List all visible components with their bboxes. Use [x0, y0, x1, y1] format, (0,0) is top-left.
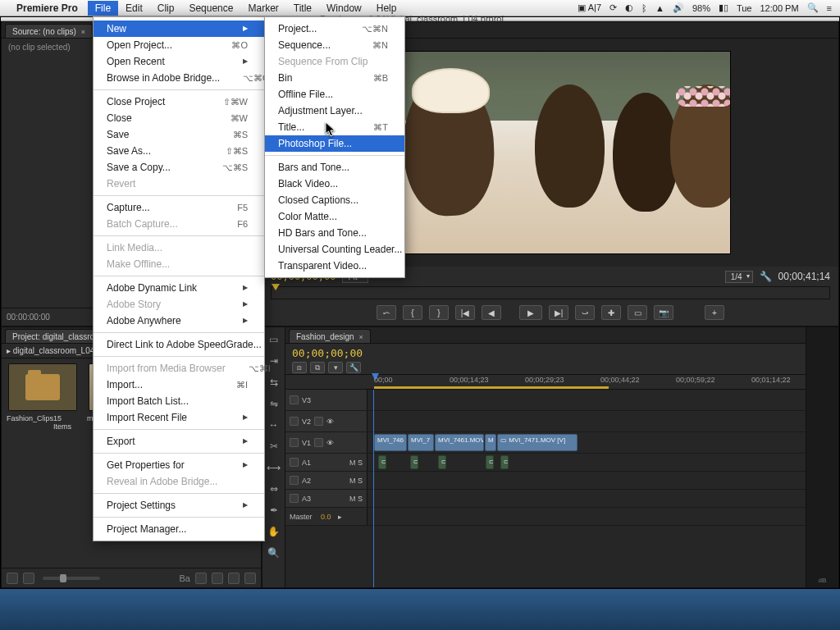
adobe-icon[interactable]: ▣ A|7: [578, 2, 601, 13]
lift-icon[interactable]: ✚: [601, 305, 621, 320]
settings-icon[interactable]: 🔧: [346, 362, 361, 373]
track-lane[interactable]: MVI_746MVI_7MVI_7461.MOVM▭ MVI_7471.MOV …: [368, 432, 806, 453]
menu-item[interactable]: Project Manager...: [94, 521, 264, 537]
lock-icon[interactable]: [290, 438, 299, 447]
play-fwd-icon[interactable]: ▶|: [549, 305, 568, 320]
menubar-item-marker[interactable]: Marker: [240, 1, 285, 16]
menu-item[interactable]: HD Bars and Tone...: [265, 225, 404, 241]
menu-item[interactable]: Adobe Dynamic Link: [94, 280, 264, 296]
razor-tool-icon[interactable]: ✂: [267, 439, 281, 454]
track-label[interactable]: A2: [302, 477, 311, 485]
menu-item[interactable]: Color Matte...: [265, 208, 404, 225]
track-lane[interactable]: [368, 390, 806, 410]
zoom-tool-icon[interactable]: 🔍: [267, 546, 281, 560]
ripple-tool-icon[interactable]: ⇆: [267, 375, 281, 390]
menu-item[interactable]: Save As...⇧⌘S: [94, 143, 264, 159]
step-back-icon[interactable]: |◀: [455, 305, 475, 320]
audio-clip[interactable]: ▭: [438, 455, 446, 469]
menu-item[interactable]: Save a Copy...⌥⌘S: [94, 159, 264, 176]
menu-item[interactable]: Photoshop File...: [265, 135, 404, 152]
go-in-icon[interactable]: {: [403, 305, 422, 320]
menu-item[interactable]: Save⌘S: [94, 126, 264, 143]
menu-item[interactable]: Import Recent File: [94, 409, 264, 426]
menu-item[interactable]: Project...⌥⌘N: [265, 21, 404, 37]
menu-item[interactable]: Capture...F5: [94, 199, 264, 216]
step-fwd-icon[interactable]: ⤻: [575, 305, 595, 320]
menubar-item-help[interactable]: Help: [369, 1, 404, 16]
wrench-icon[interactable]: 🔧: [760, 271, 772, 282]
menu-item[interactable]: New: [94, 21, 264, 37]
menu-item[interactable]: Transparent Video...: [265, 258, 404, 274]
lock-icon[interactable]: [290, 476, 299, 485]
playhead-icon[interactable]: [272, 284, 280, 290]
play-back-icon[interactable]: ◀: [482, 305, 501, 320]
video-clip[interactable]: MVI_7461.MOV: [435, 434, 484, 451]
notification-icon[interactable]: ≡: [827, 3, 832, 13]
program-ruler[interactable]: [271, 286, 830, 299]
lock-icon[interactable]: [290, 458, 299, 467]
export-frame-icon[interactable]: 📷: [654, 305, 673, 320]
menu-item[interactable]: Close Project⇧⌘W: [94, 94, 264, 110]
toggle-icon[interactable]: [314, 417, 323, 426]
track-lane[interactable]: ▭▭▭▭▭: [368, 454, 806, 471]
track-lane[interactable]: [368, 508, 806, 525]
thumb-size-slider[interactable]: [43, 577, 100, 580]
audio-clip[interactable]: ▭: [486, 455, 494, 469]
menubar-item-edit[interactable]: Edit: [118, 1, 150, 16]
selection-tool-icon[interactable]: ▭: [267, 332, 281, 347]
track-label[interactable]: A1: [302, 459, 311, 467]
menu-item[interactable]: Bin⌘B: [265, 70, 404, 86]
track-lane[interactable]: [368, 490, 806, 507]
trash-icon[interactable]: [244, 573, 256, 584]
pen-tool-icon[interactable]: ✒: [267, 503, 281, 518]
battery-icon[interactable]: ▮▯: [719, 2, 728, 13]
menu-item[interactable]: Sequence...⌘N: [265, 37, 404, 53]
menu-item[interactable]: Offline File...: [265, 86, 404, 103]
menu-item[interactable]: Import...⌘I: [94, 377, 264, 393]
menu-item[interactable]: Closed Captions...: [265, 192, 404, 208]
slide-tool-icon[interactable]: ⇔: [267, 482, 281, 496]
menu-item[interactable]: Open Recent: [94, 53, 264, 70]
rate-tool-icon[interactable]: ↔: [267, 418, 281, 432]
go-out-icon[interactable]: }: [429, 305, 449, 320]
hand-tool-icon[interactable]: ✋: [267, 524, 281, 539]
menubar-item-window[interactable]: Window: [319, 1, 369, 16]
track-label[interactable]: Master: [290, 513, 313, 521]
menu-item[interactable]: Title...⌘T: [265, 119, 404, 135]
menu-item[interactable]: Universal Counting Leader...: [265, 241, 404, 258]
close-icon[interactable]: ×: [81, 28, 85, 36]
icon-view-icon[interactable]: [23, 573, 34, 584]
play-icon[interactable]: ▶: [519, 305, 542, 320]
volume-icon[interactable]: 🔊: [673, 2, 684, 13]
source-tab[interactable]: Source: (no clips)×: [5, 24, 93, 38]
snap-icon[interactable]: ⧈: [292, 362, 307, 373]
video-clip[interactable]: MVI_746: [374, 434, 407, 451]
track-label[interactable]: V3: [302, 396, 311, 404]
mark-in-icon[interactable]: ⤺: [377, 305, 396, 320]
master-value[interactable]: 0.0: [321, 513, 331, 521]
lock-icon[interactable]: [290, 395, 299, 404]
track-lane[interactable]: [368, 411, 806, 431]
new-bin-icon[interactable]: [212, 573, 223, 584]
timeline-ruler[interactable]: 00;0000;00;14;2300;00;29;2300;00;44;2200…: [285, 375, 806, 390]
menu-item[interactable]: Browse in Adobe Bridge...⌥⌘O: [94, 70, 264, 86]
menu-item[interactable]: Export: [94, 433, 264, 450]
toggle-icon[interactable]: [314, 438, 323, 447]
menubar-item-clip[interactable]: Clip: [150, 1, 182, 16]
menu-item[interactable]: Direct Link to Adobe SpeedGrade...: [94, 336, 264, 353]
menubar-item-sequence[interactable]: Sequence: [181, 1, 240, 16]
menu-item[interactable]: Bars and Tone...: [265, 159, 404, 176]
menu-item[interactable]: Open Project...⌘O: [94, 37, 264, 53]
video-clip[interactable]: ▭ MVI_7471.MOV [V]: [497, 434, 578, 451]
menu-item[interactable]: Adjustment Layer...: [265, 103, 404, 119]
link-icon[interactable]: ⧉: [310, 362, 325, 373]
chevron-right-icon[interactable]: ▸: [338, 513, 342, 521]
resolution-dropdown[interactable]: 1/4: [725, 271, 753, 283]
track-label[interactable]: A3: [302, 495, 311, 503]
menu-item[interactable]: Black Video...: [265, 176, 404, 192]
slip-tool-icon[interactable]: ⟷: [267, 460, 281, 475]
wifi-icon[interactable]: ▲: [655, 3, 664, 13]
bin-item[interactable]: Fashion_Clips15 Items: [7, 363, 79, 431]
lock-icon[interactable]: [290, 417, 299, 426]
list-view-icon[interactable]: [7, 573, 18, 584]
